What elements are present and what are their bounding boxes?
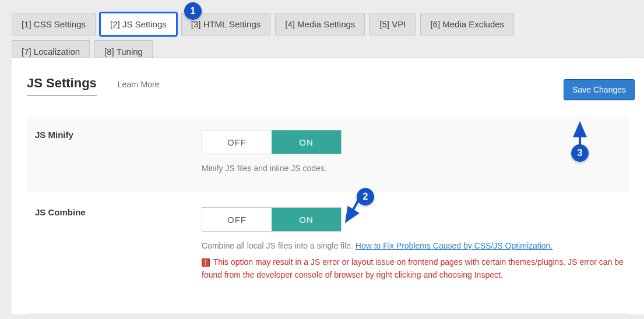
marker-2: 2 [357, 188, 374, 205]
tab-vpi[interactable]: [5] VPI [369, 13, 416, 36]
marker-1: 1 [184, 2, 202, 20]
tabs-row-1: [1] CSS Settings [2] JS Settings [3] HTM… [12, 13, 644, 36]
toggle-off[interactable]: OFF [202, 130, 272, 154]
save-button[interactable]: Save Changes [564, 79, 635, 100]
tab-media-excludes[interactable]: [6] Media Excludes [420, 13, 514, 36]
field-js-minify: JS Minify OFF ON Minify JS files and inl… [27, 117, 629, 192]
toggle-js-minify: OFF ON [202, 130, 342, 154]
marker-3: 3 [571, 144, 589, 162]
toggle-off[interactable]: OFF [202, 208, 272, 231]
toggle-js-combine: OFF ON [202, 207, 342, 232]
help-link-combine[interactable]: How to Fix Problems Caused by CSS/JS Opt… [356, 241, 552, 250]
toggle-on[interactable]: ON [272, 208, 341, 231]
warning-icon: ! [202, 258, 210, 267]
tab-media-settings[interactable]: [4] Media Settings [275, 13, 365, 36]
tab-js-settings[interactable]: [2] JS Settings [100, 13, 177, 36]
field-desc-combine: Combine all local JS files into a single… [202, 240, 629, 252]
settings-panel: JS Settings Learn More Save Changes JS M… [12, 58, 644, 314]
divider [27, 313, 629, 314]
field-js-combine: JS Combine OFF ON Combine all local JS f… [27, 192, 629, 299]
field-label-combine: JS Combine [27, 207, 202, 217]
field-warn-combine: ! This option may result in a JS error o… [202, 256, 629, 282]
field-desc-minify: Minify JS files and inline JS codes. [202, 162, 629, 175]
learn-more-link[interactable]: Learn More [118, 80, 160, 89]
tab-css-settings[interactable]: [1] CSS Settings [12, 13, 96, 36]
section-title: JS Settings [27, 76, 97, 96]
toggle-on[interactable]: ON [272, 130, 341, 154]
field-label-minify: JS Minify [27, 130, 202, 140]
